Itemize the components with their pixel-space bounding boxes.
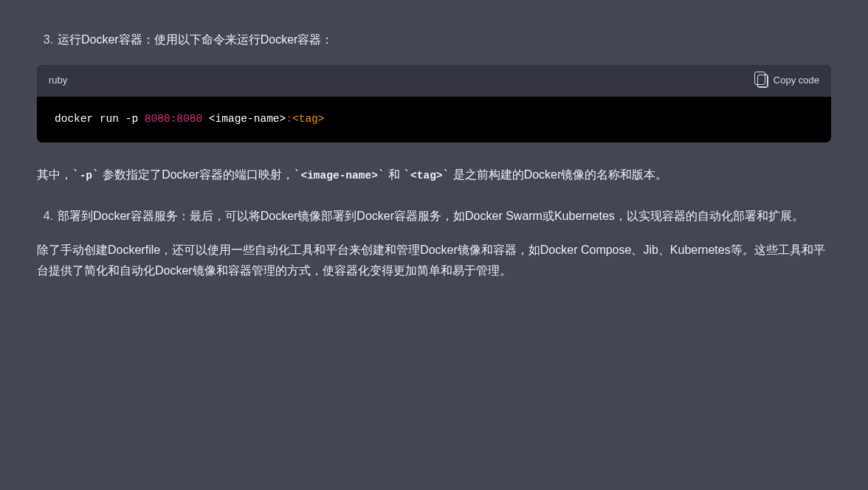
paragraph-explain-flags: 其中，`-p` 参数指定了Docker容器的端口映射，`<image-name>… <box>37 165 831 185</box>
inline-code-image-name: <image-name> <box>300 170 377 182</box>
code-token-number: 8080 <box>176 113 202 125</box>
code-content[interactable]: docker run -p 8080:8080 <image-name>:<ta… <box>37 97 831 142</box>
list-item-number: 4. <box>37 206 58 227</box>
list-item-number: 3. <box>37 30 58 50</box>
list-item-text: 部署到Docker容器服务：最后，可以将Docker镜像部署到Docker容器服… <box>58 206 831 227</box>
list-item-3: 3. 运行Docker容器：使用以下命令来运行Docker容器： <box>37 30 831 50</box>
list-item-4: 4. 部署到Docker容器服务：最后，可以将Docker镜像部署到Docker… <box>37 206 831 227</box>
ordered-list: 3. 运行Docker容器：使用以下命令来运行Docker容器： <box>37 30 831 50</box>
code-token-number: 8080 <box>145 113 170 125</box>
inline-code-tag: <tag> <box>410 170 443 182</box>
code-token-tag: <tag> <box>292 113 325 125</box>
code-language-label: ruby <box>49 72 67 89</box>
code-block: ruby Copy code docker run -p 8080:8080 <… <box>37 65 831 142</box>
clipboard-icon <box>757 74 768 87</box>
list-item-text: 运行Docker容器：使用以下命令来运行Docker容器： <box>58 30 831 50</box>
ordered-list-cont: 4. 部署到Docker容器服务：最后，可以将Docker镜像部署到Docker… <box>37 206 831 227</box>
paragraph-conclusion: 除了手动创建Dockerfile，还可以使用一些自动化工具和平台来创建和管理Do… <box>37 240 831 281</box>
copy-code-label: Copy code <box>774 72 819 89</box>
copy-code-button[interactable]: Copy code <box>757 72 819 89</box>
inline-code-p: -p <box>80 170 92 182</box>
code-block-header: ruby Copy code <box>37 65 831 97</box>
